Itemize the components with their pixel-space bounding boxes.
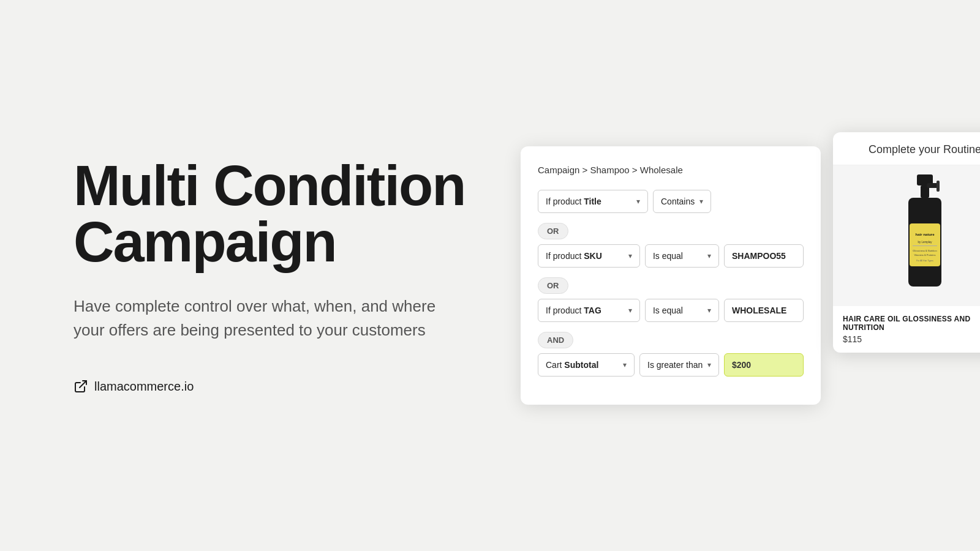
sku-value-input[interactable]: [724, 244, 804, 268]
external-link-icon: [74, 379, 88, 394]
svg-line-0: [80, 381, 86, 388]
product-image-area: hair nature by Lemplay Glossiness & Nutr…: [833, 165, 980, 306]
product-title-dropdown[interactable]: If product Title ▾: [538, 190, 648, 213]
condition-row-2: If product SKU ▾ Is equal ▾: [538, 244, 804, 268]
tag-value-input[interactable]: [724, 299, 804, 322]
condition-row-4: Cart Subtotal ▾ Is greater than ▾: [538, 353, 804, 377]
left-section: Multi Condition Campaign Have complete c…: [0, 0, 521, 551]
svg-text:by Lemplay: by Lemplay: [918, 241, 932, 244]
product-info: HAIR CARE OIL GLOSSINESS AND NUTRITION $…: [833, 306, 980, 353]
tag-operator-dropdown[interactable]: Is equal ▾: [645, 299, 719, 322]
svg-text:Vitamins & Proteins: Vitamins & Proteins: [914, 253, 936, 257]
sku-operator-dropdown[interactable]: Is equal ▾: [645, 244, 719, 268]
product-tag-dropdown[interactable]: If product TAG ▾: [538, 299, 640, 322]
product-name: HAIR CARE OIL GLOSSINESS AND NUTRITION: [843, 315, 980, 332]
condition-row-3: If product TAG ▾ Is equal ▾: [538, 299, 804, 322]
svg-rect-9: [913, 246, 937, 246]
product-card-title: Complete your Routine: [833, 132, 980, 165]
cart-subtotal-dropdown[interactable]: Cart Subtotal ▾: [538, 353, 635, 377]
product-bottle-svg: hair nature by Lemplay Glossiness & Nutr…: [897, 174, 952, 297]
or-badge-2: OR: [538, 274, 804, 299]
subtotal-operator-dropdown[interactable]: Is greater than ▾: [639, 353, 719, 377]
breadcrumb: Campaign > Shampoo > Wholesale: [538, 165, 804, 175]
or-badge-1: OR: [538, 219, 804, 244]
subtotal-value-input[interactable]: [724, 353, 804, 377]
condition-row-1: If product Title ▾ Contains ▾: [538, 190, 804, 213]
brand-name: llamacommerce.io: [94, 380, 194, 394]
product-price: $115: [843, 334, 980, 344]
main-title: Multi Condition Campaign: [74, 157, 472, 270]
svg-text:hair nature: hair nature: [915, 233, 935, 236]
svg-text:Glossiness & Nutrition: Glossiness & Nutrition: [913, 249, 937, 252]
campaign-panel: Campaign > Shampoo > Wholesale If produc…: [521, 146, 821, 405]
right-section: Campaign > Shampoo > Wholesale If produc…: [521, 0, 980, 551]
and-badge: AND: [538, 328, 804, 353]
title-operator-dropdown[interactable]: Contains ▾: [653, 190, 711, 213]
product-sku-dropdown[interactable]: If product SKU ▾: [538, 244, 640, 268]
svg-rect-4: [937, 181, 940, 192]
product-card: Complete your Routine hair nature by Lem…: [833, 132, 980, 353]
svg-text:For All Hair Types: For All Hair Types: [916, 260, 933, 262]
brand-link[interactable]: llamacommerce.io: [74, 379, 472, 394]
subtitle: Have complete control over what, when, a…: [74, 294, 453, 342]
